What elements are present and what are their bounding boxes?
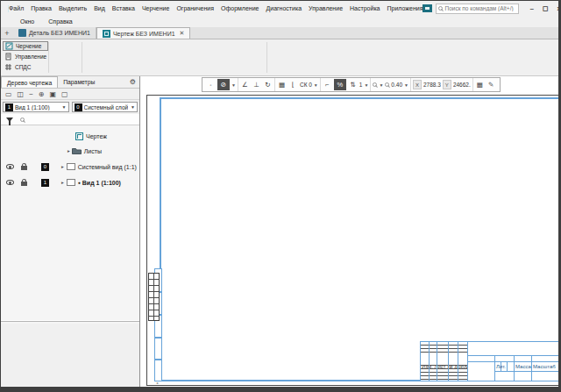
- perpendicular-snap-icon[interactable]: ⊥: [252, 79, 261, 90]
- visibility-eye-icon[interactable]: [6, 180, 14, 185]
- title-block-rows: [421, 362, 467, 381]
- menu-constraints[interactable]: Ограничения: [176, 5, 214, 11]
- snaps-toggle-icon[interactable]: ⊘: [217, 79, 230, 90]
- tree-tool-line-icon[interactable]: −: [29, 90, 33, 98]
- tree-item-view-1[interactable]: 1 ▸ ● Вид 1 (1:100): [1, 175, 139, 189]
- global-snaps-settings-icon[interactable]: ▫: [206, 79, 216, 90]
- coordinate-system-icon[interactable]: ⌊: [288, 79, 298, 90]
- chevron-down-icon[interactable]: ▼: [404, 82, 408, 88]
- expand-arrow-icon[interactable]: ▸: [67, 148, 70, 153]
- toolset-label: СПДС: [15, 64, 31, 70]
- menu-help[interactable]: Справка: [48, 18, 72, 25]
- rounding-toggle-icon[interactable]: ⌐: [323, 79, 332, 90]
- keyboard-input-icon[interactable]: ▦: [475, 79, 485, 90]
- gear-icon[interactable]: ⚙: [130, 78, 136, 86]
- current-layer-selector[interactable]: 0 Системный слой ▼: [72, 102, 138, 112]
- stamp-lit-label: Лит.: [496, 356, 506, 372]
- tree-tool-sheet-icon[interactable]: ▢: [61, 90, 68, 98]
- window-layout-icon[interactable]: [423, 4, 432, 12]
- tree-toolbar: ▭ ◫ − ⊕ ▣ ▢: [1, 89, 139, 100]
- menu-management[interactable]: Управление: [309, 5, 343, 11]
- chevron-down-icon[interactable]: ▼: [314, 82, 318, 88]
- tree-tool-structure-icon[interactable]: ◫: [18, 90, 25, 98]
- lock-icon[interactable]: [21, 166, 27, 170]
- drawing-icon: [75, 132, 83, 140]
- tab-management-toolset[interactable]: Управление: [3, 52, 48, 61]
- current-view-selector[interactable]: 1 Вид 1 (1:100) ▼: [3, 102, 69, 112]
- x-coordinate-value: 2788.3: [423, 82, 441, 88]
- drawing-canvas[interactable]: Подп. и дата Инв. № дубл. Взам. инв. № П…: [140, 76, 559, 388]
- line-style-icon[interactable]: ⇅: [348, 79, 358, 90]
- rotate-snap-icon[interactable]: ↻: [263, 79, 273, 90]
- zoom-frame-icon[interactable]: [373, 82, 377, 87]
- part-document-icon: [18, 29, 26, 37]
- drawing-document-icon: [103, 30, 110, 38]
- panel-splitter[interactable]: [1, 320, 139, 322]
- title-bar: Файл Правка Выделить Вид Вставка Черчени…: [1, 1, 558, 16]
- tab-drawing-tree[interactable]: Дерево чертежа: [1, 76, 58, 88]
- tree-item-sheets[interactable]: ▸ Листы: [1, 144, 139, 158]
- zoom-scale-icon[interactable]: [385, 82, 389, 87]
- menu-file[interactable]: Файл: [9, 5, 24, 11]
- lock-icon[interactable]: [21, 182, 27, 186]
- menu-styling[interactable]: Оформление: [221, 5, 259, 11]
- tab-detail[interactable]: Деталь БЕЗ ИМЕНИ1: [13, 27, 96, 39]
- expand-arrow-icon[interactable]: ▸: [61, 164, 64, 169]
- toolset-label: Управление: [15, 53, 46, 60]
- current-view-bullet: ●: [78, 180, 81, 185]
- tree-tool-section-icon[interactable]: ⊕: [39, 90, 45, 98]
- ribbon-separator: [82, 42, 82, 73]
- tree-item-drawing[interactable]: Чертеж: [1, 129, 139, 143]
- menu-drafting[interactable]: Черчение: [142, 5, 170, 11]
- menu-window[interactable]: Окно: [20, 18, 34, 25]
- tab-parameters[interactable]: Параметры: [58, 76, 100, 88]
- menu-applications[interactable]: Приложения: [387, 5, 423, 11]
- left-strip-cell: Подп. и дата: [154, 338, 162, 360]
- maximize-button[interactable]: ◻: [543, 4, 549, 12]
- search-input[interactable]: [444, 5, 518, 11]
- chevron-down-icon: ▼: [62, 104, 67, 110]
- view-badge: 1: [5, 103, 13, 111]
- tree-item-system-view[interactable]: 0 ▸ Системный вид (1:1): [1, 160, 139, 174]
- ortho-mode-icon[interactable]: %: [334, 79, 346, 90]
- menu-select[interactable]: Выделить: [59, 5, 87, 11]
- minimize-button[interactable]: –: [529, 4, 533, 12]
- chevron-down-icon[interactable]: ▼: [379, 82, 383, 88]
- menu-row-2: Окно Справка: [1, 16, 558, 27]
- menu-diagnostics[interactable]: Диагностика: [266, 5, 302, 11]
- tree-tool-image-icon[interactable]: ▣: [50, 90, 57, 98]
- new-tab-button[interactable]: +: [1, 27, 13, 39]
- title-block-rows: [421, 342, 467, 355]
- y-coordinate-value: 24662.: [453, 82, 471, 88]
- line-style-value: 1: [359, 82, 363, 88]
- tab-spds-toolset[interactable]: СПДС: [3, 62, 48, 72]
- filter-icon[interactable]: [6, 118, 13, 122]
- menu-edit[interactable]: Правка: [31, 5, 52, 11]
- stamp-mass-label: Масса: [515, 356, 531, 372]
- chevron-down-icon[interactable]: ▼: [364, 82, 368, 88]
- tab-drawing[interactable]: Чертеж БЕЗ ИМЕНИ1 ✕: [96, 27, 191, 39]
- quick-access-bar: ▫ ⊘ ▼ ∠ ⊥ ↻ ▦ ⌊ СК 0 ▼ ⌐ % ⇅ 1 ▼: [202, 77, 501, 92]
- tab-drafting-toolset[interactable]: Черчение: [3, 41, 48, 51]
- menu-settings[interactable]: Настройка: [350, 5, 380, 11]
- tab-close-icon[interactable]: ✕: [180, 30, 185, 37]
- tree-filter-row: [1, 114, 139, 125]
- expand-arrow-icon[interactable]: ▸: [61, 180, 64, 185]
- y-coordinate-label: Y: [443, 80, 451, 89]
- left-strip-cell: Инв. № подл.: [154, 360, 162, 381]
- close-button[interactable]: x: [557, 4, 561, 12]
- menu-insert[interactable]: Вставка: [112, 5, 135, 11]
- pen-input-icon[interactable]: ✎: [486, 79, 496, 90]
- command-search[interactable]: [436, 4, 519, 14]
- ribbon: Черчение Управление СПДС ⌄: [1, 39, 558, 76]
- tree-tool-scheme-icon[interactable]: ▭: [5, 90, 12, 98]
- tree-search-icon[interactable]: [20, 118, 25, 122]
- visibility-eye-icon[interactable]: [6, 164, 14, 169]
- chevron-down-icon[interactable]: ▼: [231, 82, 236, 88]
- grid-toggle-icon[interactable]: ▦: [277, 79, 287, 90]
- angle-snap-icon[interactable]: ∠: [240, 79, 250, 90]
- drawing-tree-panel: Дерево чертежа Параметры ⚙ ▭ ◫ − ⊕ ▣ ▢ 1…: [1, 76, 140, 388]
- title-block: Изм. Лист № докум. Подп. Дата Лит. Масса…: [420, 341, 559, 381]
- ribbon-separator: [266, 42, 267, 73]
- menu-view[interactable]: Вид: [94, 5, 105, 11]
